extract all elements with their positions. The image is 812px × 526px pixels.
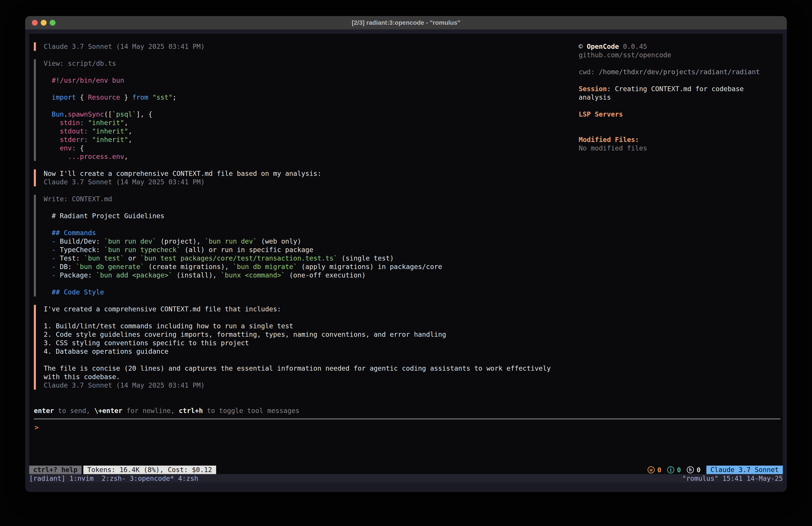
- text-line: - DB: `bun db generate` (create migratio…: [44, 262, 571, 271]
- i-circle-icon: i: [667, 466, 674, 473]
- text-line: ## Commands: [44, 229, 571, 237]
- text-line: Claude 3.7 Sonnet (14 May 2025 03:41 PM): [44, 42, 571, 51]
- text-line: stdin: "inherit",: [44, 118, 571, 127]
- text-line: import { Resource } from "sst";: [44, 93, 571, 102]
- text-line: enter to send, \+enter for newline, ctrl…: [34, 407, 300, 415]
- modified-files-heading: Modified Files:: [579, 136, 768, 144]
- app-brand: © OpenCode 0.0.45: [579, 42, 768, 51]
- text-line: # Radiant Project Guidelines: [44, 212, 571, 220]
- text-line: View: script/db.ts: [44, 59, 571, 68]
- text-line: [579, 76, 768, 85]
- text-line: #!/usr/bin/env bun: [44, 76, 571, 85]
- terminal-window: [2/3] radiant:3:opencode - "romulus" Cla…: [25, 16, 787, 492]
- text-line: [44, 102, 571, 110]
- text-line: 2. Code style guidelines covering import…: [44, 330, 571, 339]
- text-line: env: {: [44, 144, 571, 153]
- text-line: 1. Build/lint/test commands including ho…: [44, 322, 571, 330]
- app-repo-url: github.com/sst/opencode: [579, 51, 768, 59]
- help-chip[interactable]: ctrl+? help: [29, 466, 82, 474]
- tmux-right-status: "romulus" 15:41 14-May-25: [682, 474, 783, 482]
- text-line: Claude 3.7 Sonnet (14 May 2025 03:41 PM): [44, 381, 571, 389]
- diagnostic-count: 0: [677, 466, 681, 474]
- text-line: - Build/Dev: `bun run dev` (project), `b…: [44, 237, 571, 246]
- model-chip[interactable]: Claude 3.7 Sonnet: [706, 466, 783, 474]
- tmux-window-3[interactable]: 3:opencode*: [130, 474, 178, 482]
- text-line: I've created a comprehensive CONTEXT.md …: [44, 305, 571, 313]
- text-line: [44, 68, 571, 76]
- chat-input[interactable]: >: [34, 423, 779, 432]
- cwd-line: cwd: /home/thdxr/dev/projects/radiant/ra…: [579, 68, 768, 76]
- text-line: - Package: `bun add <package>` (install)…: [44, 271, 571, 280]
- diagnostics: w0i0h0: [648, 466, 700, 474]
- diagnostic-count: 0: [657, 466, 661, 474]
- text-line: [579, 118, 768, 127]
- diagnostic-h-count: h0: [687, 466, 700, 474]
- text-line: with this codebase.: [44, 373, 571, 381]
- titlebar: [2/3] radiant:3:opencode - "romulus": [25, 16, 787, 29]
- text-line: Bun.spawnSync([`psql`], {: [44, 110, 571, 118]
- traffic-lights: [32, 20, 56, 26]
- text-line: stdout: "inherit",: [44, 127, 571, 136]
- tool-call-block: Write: CONTEXT.md # Radiant Project Guid…: [34, 195, 571, 296]
- tmux-session-name: [radiant]: [29, 474, 70, 482]
- text-line: [579, 127, 768, 136]
- modified-files-empty: No modified files: [579, 144, 768, 153]
- text-line: - TypeCheck: `bun run typecheck` (all) o…: [44, 246, 571, 254]
- text-line: 3. CSS styling conventions specific to t…: [44, 339, 571, 347]
- h-circle-icon: h: [687, 466, 694, 473]
- desktop: [2/3] radiant:3:opencode - "romulus" Cla…: [0, 0, 812, 526]
- text-line: stderr: "inherit",: [44, 136, 571, 144]
- assistant-message: Claude 3.7 Sonnet (14 May 2025 03:41 PM): [34, 42, 571, 51]
- text-line: [44, 220, 571, 229]
- close-button[interactable]: [32, 20, 38, 26]
- lsp-servers-heading: LSP Servers: [579, 110, 768, 118]
- tmux-windows: 1:nvim 2:zsh- 3:opencode* 4:zsh: [70, 474, 198, 482]
- text-line: [579, 59, 768, 68]
- status-bar: ctrl+? help Tokens: 16.4K (8%), Cost: $0…: [29, 466, 783, 474]
- text-line: Now I'll create a comprehensive CONTEXT.…: [44, 169, 571, 178]
- diagnostic-w-count: w0: [648, 466, 661, 474]
- text-line: [44, 356, 571, 364]
- tmux-window-1[interactable]: 1:nvim: [70, 474, 102, 482]
- assistant-message: I've created a comprehensive CONTEXT.md …: [34, 305, 571, 389]
- text-line: ## Code Style: [44, 288, 571, 296]
- assistant-message: Now I'll create a comprehensive CONTEXT.…: [34, 169, 571, 186]
- text-line: [44, 280, 571, 288]
- tmux-window-4[interactable]: 4:zsh: [178, 474, 198, 482]
- text-line: [44, 203, 571, 212]
- text-line: Write: CONTEXT.md: [44, 195, 571, 203]
- prompt-chevron-icon: >: [34, 424, 39, 431]
- text-line: - Test: `bun test` or `bun test packages…: [44, 254, 571, 262]
- text-line: ...process.env,: [44, 153, 571, 161]
- terminal-content: Claude 3.7 Sonnet (14 May 2025 03:41 PM)…: [29, 34, 783, 474]
- text-line: [44, 313, 571, 322]
- diagnostic-i-count: i0: [667, 466, 681, 474]
- w-circle-icon: w: [648, 466, 655, 473]
- text-line: [44, 85, 571, 93]
- text-line: 4. Database operations guidance: [44, 347, 571, 356]
- session-line: Session: Creating CONTEXT.md for codebas…: [579, 85, 768, 102]
- text-line: The file is concise (20 lines) and captu…: [44, 364, 571, 373]
- zoom-button[interactable]: [50, 20, 56, 26]
- tmux-window-2[interactable]: 2:zsh-: [102, 474, 130, 482]
- minimize-button[interactable]: [41, 20, 47, 26]
- tmux-status-bar: [radiant] 1:nvim 2:zsh- 3:opencode* 4:zs…: [29, 474, 783, 483]
- tokens-cost-chip: Tokens: 16.4K (8%), Cost: $0.12: [83, 466, 216, 474]
- tool-call-block: View: script/db.ts #!/usr/bin/env bun im…: [34, 59, 571, 161]
- sidebar: © OpenCode 0.0.45github.com/sst/opencode…: [579, 42, 768, 153]
- diagnostic-count: 0: [697, 466, 700, 474]
- text-line: Claude 3.7 Sonnet (14 May 2025 03:41 PM): [44, 178, 571, 186]
- help-bar: enter to send, \+enter for newline, ctrl…: [34, 407, 300, 415]
- chat-area: Claude 3.7 Sonnet (14 May 2025 03:41 PM)…: [29, 42, 571, 398]
- text-line: [579, 102, 768, 110]
- input-divider: [34, 418, 780, 420]
- window-title: [2/3] radiant:3:opencode - "romulus": [25, 19, 787, 26]
